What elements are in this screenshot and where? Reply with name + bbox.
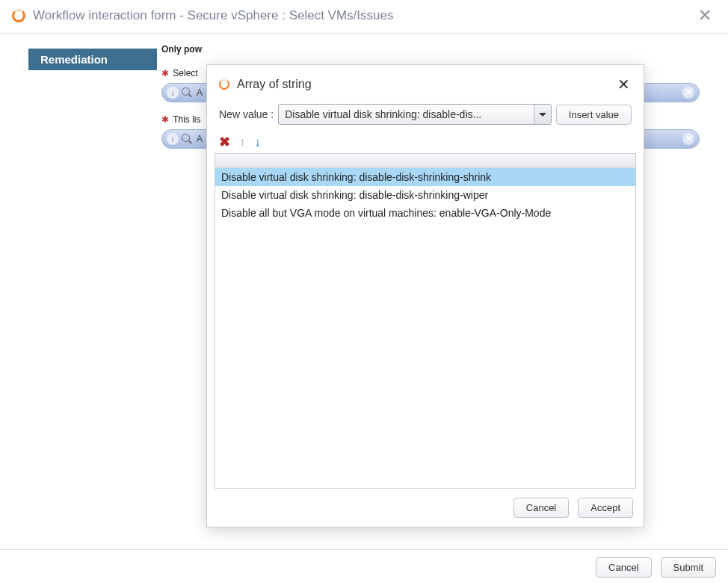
- combo-selected-text: Disable virtual disk shrinking: disable-…: [279, 108, 534, 120]
- dialog-title: Array of string: [237, 78, 312, 91]
- array-text: A: [197, 87, 203, 98]
- chevron-down-icon: [539, 113, 546, 117]
- dialog-cancel-button[interactable]: Cancel: [513, 498, 569, 518]
- sidebar-item-remediation[interactable]: Remediation: [28, 49, 157, 70]
- new-value-label: New value :: [219, 108, 274, 120]
- titlebar: Workflow interaction form - Secure vSphe…: [0, 0, 728, 34]
- orchestrator-logo-icon: [12, 9, 25, 22]
- cancel-button[interactable]: Cancel: [596, 557, 651, 578]
- submit-button[interactable]: Submit: [661, 557, 716, 578]
- window-close-icon[interactable]: ✕: [694, 6, 716, 25]
- clear-icon[interactable]: ✕: [682, 87, 694, 99]
- new-value-row: New value : Disable virtual disk shrinki…: [207, 101, 644, 131]
- orchestrator-logo-icon: [219, 79, 229, 90]
- dialog-close-icon[interactable]: ✕: [616, 75, 632, 93]
- search-icon[interactable]: [182, 87, 192, 98]
- list-header: [215, 154, 635, 168]
- move-down-icon[interactable]: ↓: [255, 136, 262, 149]
- move-up-icon[interactable]: ↑: [239, 136, 246, 149]
- info-note: Only pow: [161, 44, 721, 55]
- list-item[interactable]: Disable virtual disk shrinking: disable-…: [215, 186, 635, 204]
- info-icon: i: [167, 87, 179, 99]
- required-icon: ✱: [161, 114, 169, 125]
- sidebar: Remediation: [0, 34, 157, 542]
- footer: Cancel Submit: [0, 549, 728, 585]
- new-value-combo[interactable]: Disable virtual disk shrinking: disable-…: [278, 104, 552, 125]
- array-of-string-dialog: Array of string ✕ New value : Disable vi…: [206, 64, 644, 527]
- list-item[interactable]: Disable virtual disk shrinking: disable-…: [215, 168, 635, 186]
- list-item[interactable]: Disable all but VGA mode on virtual mach…: [215, 204, 635, 222]
- list-toolbar: ✖ ↑ ↓: [207, 131, 644, 153]
- info-icon: i: [167, 133, 179, 145]
- clear-icon[interactable]: ✕: [682, 133, 694, 145]
- delete-item-icon[interactable]: ✖: [219, 135, 230, 149]
- workflow-window: Workflow interaction form - Secure vSphe…: [0, 0, 728, 585]
- required-icon: ✱: [161, 68, 169, 78]
- sidebar-item-label: Remediation: [40, 53, 108, 66]
- combo-dropdown-button[interactable]: [534, 105, 551, 124]
- values-listbox[interactable]: Disable virtual disk shrinking: disable-…: [215, 153, 636, 489]
- window-title: Workflow interaction form - Secure vSphe…: [33, 8, 393, 23]
- dialog-footer: Cancel Accept: [207, 489, 644, 527]
- insert-value-button[interactable]: Insert value: [556, 105, 632, 125]
- array-text: A: [197, 134, 203, 144]
- dialog-accept-button[interactable]: Accept: [578, 498, 633, 518]
- search-icon[interactable]: [182, 134, 192, 144]
- dialog-header: Array of string ✕: [207, 65, 644, 101]
